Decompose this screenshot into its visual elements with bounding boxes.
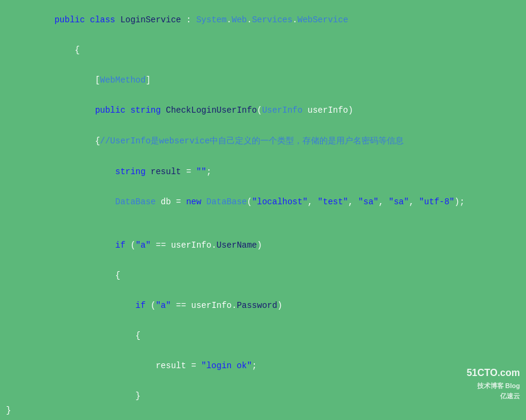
keyword-string: string (130, 105, 166, 115)
var-result: result (151, 167, 181, 177)
code-line-12: { (0, 321, 526, 351)
string-a1: "a" (136, 240, 151, 250)
code-line-5: {//UserInfo是webservice中自己定义的一个类型，存储的是用户名… (0, 125, 526, 157)
param-type: UserInfo (262, 105, 302, 115)
watermark: 51CTO.com 技术博客 Blog 亿速云 (466, 365, 520, 402)
class-name: LoginService (121, 15, 186, 25)
code-line-15: else (0, 411, 526, 420)
code-line-13: result = "login ok"; (0, 351, 526, 381)
type-database: DataBase (115, 197, 155, 207)
keyword-public: public (54, 15, 90, 25)
base-class: System (196, 15, 227, 25)
code-line-3: [WebMethod] (0, 65, 526, 95)
keyword-if1: if (115, 240, 130, 250)
string-utf8: "utf-8" (419, 197, 454, 207)
watermark-label2: 亿速云 (466, 391, 520, 402)
prop-password: Password (237, 301, 277, 310)
keyword-if2: if (136, 301, 151, 310)
code-line-9: if ("a" == userInfo.UserName) (0, 230, 526, 260)
string-a2: "a" (155, 301, 171, 310)
code-line-6: string result = ""; (0, 157, 526, 187)
string-login-ok: "login ok" (201, 361, 252, 371)
string-localhost: "localhost" (252, 197, 307, 207)
attribute-webmethod: WebMethod (100, 75, 146, 85)
string-test: "test" (318, 197, 348, 207)
closing-brace: } (6, 406, 11, 415)
string-sa1: "sa" (358, 197, 379, 207)
code-line-14: } (0, 381, 526, 411)
prop-username: UserName (216, 240, 257, 250)
code-line-1: public class LoginService : System.Web.S… (0, 5, 526, 35)
code-container: public class LoginService : System.Web.S… (0, 0, 526, 420)
method-name: CheckLoginUserInfo (166, 105, 257, 115)
code-line-2: { (0, 35, 526, 65)
watermark-label1: 技术博客 Blog (466, 381, 520, 392)
keyword-new: new (186, 197, 207, 207)
keyword-string2: string (115, 167, 151, 177)
keyword-class: class (90, 15, 120, 25)
comment-line: //UserInfo是webservice中自己定义的一个类型，存储的是用户名密… (100, 136, 404, 146)
code-line-4: public string CheckLoginUserInfo(UserInf… (0, 95, 526, 125)
string-sa2: "sa" (389, 197, 409, 207)
code-line-10: { (0, 260, 526, 290)
code-line-8 (0, 217, 526, 230)
code-line-7: DataBase db = new DataBase("localhost", … (0, 187, 526, 217)
code-line-11: if ("a" == userInfo.Password) (0, 290, 526, 321)
string-empty: "" (196, 167, 207, 177)
watermark-site: 51CTO.com (466, 365, 520, 381)
